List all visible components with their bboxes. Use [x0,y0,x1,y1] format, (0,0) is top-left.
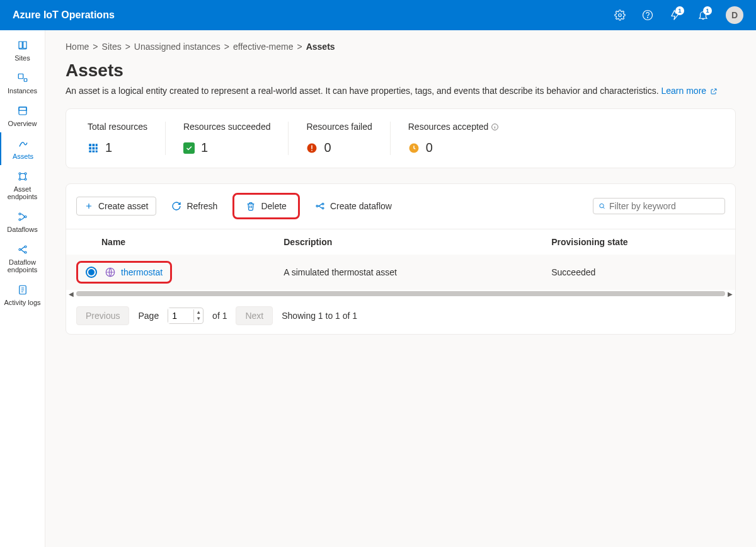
sidebar-item-overview[interactable]: Overview [0,100,45,132]
filter-input-wrap[interactable] [593,198,725,214]
svg-point-16 [25,251,26,253]
refresh-button[interactable]: Refresh [171,201,217,211]
svg-point-14 [19,249,21,251]
page-title: Assets [66,60,736,81]
sidebar-item-instances[interactable]: Instances [0,67,45,100]
breadcrumb-link[interactable]: Sites [102,42,122,52]
breadcrumb-link[interactable]: Unassigned instances [134,42,220,52]
info-icon[interactable] [491,123,499,131]
grid-icon [88,142,99,154]
svg-rect-23 [96,147,98,149]
df-endpoints-icon [16,243,29,256]
sidebar-item-label: Activity logs [4,299,40,306]
horizontal-scrollbar[interactable]: ◀ ▶ [66,290,735,297]
svg-rect-4 [24,79,27,82]
toolbar: Create asset Refresh Delete Create dataf… [66,184,735,229]
clock-icon [408,142,420,154]
breadcrumb-current: Assets [306,42,335,52]
book-icon [16,39,29,52]
sidebar-item-label: Asset endpoints [3,185,42,200]
success-icon [183,142,195,154]
pagination: Previous Page ▲▼ of 1 Next Showing 1 to … [66,297,735,334]
stat-total: Total resources 1 [70,122,166,155]
scroll-right-icon[interactable]: ▶ [728,291,733,297]
create-dataflow-button[interactable]: Create dataflow [315,201,392,211]
filter-input[interactable] [609,201,719,211]
diagnostics-icon[interactable]: 1 [665,5,685,25]
stat-failed: Resources failed 0 [289,122,390,155]
sidebar-item-assets[interactable]: Assets [0,132,45,165]
stats-card: Total resources 1 Resources succeeded 1 … [66,108,736,168]
svg-point-1 [643,11,653,20]
assets-table: Name Description Provisioning state [66,229,735,290]
error-icon [306,142,318,154]
svg-rect-19 [93,144,95,146]
table-row[interactable]: thermostat A simulated thermostat asset … [66,255,735,290]
svg-rect-25 [93,150,95,152]
page-spinner[interactable]: ▲▼ [193,309,203,322]
sidebar-item-sites[interactable]: Sites [0,34,45,67]
svg-point-35 [600,204,604,207]
col-name[interactable]: Name [91,229,273,255]
svg-rect-5 [19,107,26,115]
svg-rect-21 [89,147,91,149]
breadcrumb-link[interactable]: effective-meme [233,42,293,52]
sidebar-item-activity-logs[interactable]: Activity logs [0,279,45,311]
help-icon[interactable] [638,5,658,25]
search-icon [598,202,605,210]
stat-succeeded: Resources succeeded 1 [166,122,289,155]
logs-icon [16,284,29,296]
sidebar-item-dataflows[interactable]: Dataflows [0,205,45,238]
avatar[interactable]: D [726,6,743,24]
overview-icon [16,105,29,117]
svg-point-11 [19,213,21,215]
settings-icon[interactable] [610,5,630,25]
next-button[interactable]: Next [236,306,273,325]
showing-text: Showing 1 to 1 of 1 [282,311,357,321]
instances-icon [16,72,29,84]
svg-rect-28 [312,145,313,149]
asset-link[interactable]: thermostat [105,267,163,278]
sidebar-item-label: Sites [14,54,30,62]
svg-point-0 [619,14,622,17]
sidebar-item-asset-endpoints[interactable]: Asset endpoints [0,165,45,205]
asset-icon [105,267,116,278]
breadcrumb: Home> Sites> Unassigned instances> effec… [66,42,736,52]
notifications-badge: 1 [703,6,712,15]
sidebar-item-label: Assets [13,153,33,160]
cell-state: Succeeded [541,255,735,290]
scroll-left-icon[interactable]: ◀ [69,291,74,297]
notifications-icon[interactable]: 1 [693,5,713,25]
page-label: Page [138,311,159,321]
sidebar-item-dataflow-endpoints[interactable]: Dataflow endpoints [0,238,45,279]
svg-point-10 [25,178,26,180]
col-state[interactable]: Provisioning state [541,229,735,255]
row-radio[interactable] [86,267,97,278]
svg-point-8 [25,173,26,175]
svg-rect-6 [19,107,26,110]
svg-point-15 [25,246,26,248]
svg-rect-22 [93,147,95,149]
svg-rect-20 [96,144,98,146]
breadcrumb-link[interactable]: Home [66,42,89,52]
cell-desc: A simulated thermostat asset [273,255,541,290]
create-asset-button[interactable]: Create asset [76,197,156,216]
svg-point-33 [322,203,324,205]
prev-button[interactable]: Previous [76,306,129,325]
svg-point-34 [322,207,324,209]
svg-rect-24 [89,150,91,152]
diagnostics-badge: 1 [675,6,684,15]
svg-rect-3 [18,74,23,79]
top-bar: Azure IoT Operations 1 1 D [0,0,756,30]
dataflows-icon [16,210,29,223]
sidebar-item-label: Dataflow endpoints [3,258,42,274]
delete-button[interactable]: Delete [232,193,299,219]
col-desc[interactable]: Description [273,229,541,255]
page-of: of 1 [212,311,227,321]
page-input[interactable] [168,308,193,323]
assets-icon [17,137,30,150]
learn-more-link[interactable]: Learn more [662,86,718,96]
svg-point-9 [19,178,21,180]
sidebar-item-label: Dataflows [7,226,37,233]
page-description: An asset is a logical entity created to … [66,86,736,96]
